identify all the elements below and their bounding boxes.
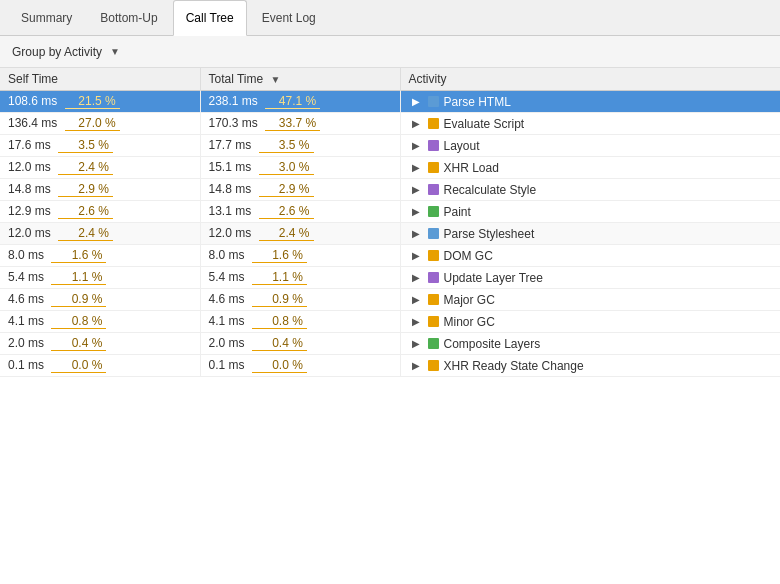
expand-button[interactable]: ▶ [409,249,423,263]
expand-button[interactable]: ▶ [409,227,423,241]
sort-arrow: ▼ [271,74,281,85]
table-row[interactable]: 12.0 ms 2.4 % 12.0 ms 2.4 % ▶ Parse Styl… [0,223,780,245]
tab-event-log[interactable]: Event Log [249,0,329,36]
activity-name: Parse Stylesheet [444,227,535,241]
total-time-cell: 0.1 ms 0.0 % [200,355,400,377]
activity-cell: ▶ XHR Load [400,157,780,179]
self-time-value: 5.4 ms [8,270,44,284]
total-time-cell: 170.3 ms 33.7 % [200,113,400,135]
activity-cell: ▶ Layout [400,135,780,157]
self-time-cell: 12.9 ms 2.6 % [0,201,200,223]
total-time-value: 12.0 ms [209,226,252,240]
activity-cell: ▶ DOM GC [400,245,780,267]
activity-name: Minor GC [444,315,495,329]
expand-button[interactable]: ▶ [409,337,423,351]
table-header-row: Self Time Total Time ▼ Activity [0,68,780,91]
activity-color [428,184,439,195]
expand-button[interactable]: ▶ [409,205,423,219]
header-self-time[interactable]: Self Time [0,68,200,91]
table-row[interactable]: 136.4 ms 27.0 % 170.3 ms 33.7 % ▶ Evalua… [0,113,780,135]
total-time-value: 0.1 ms [209,358,245,372]
header-total-time[interactable]: Total Time ▼ [200,68,400,91]
total-time-value: 2.0 ms [209,336,245,350]
table-container: Self Time Total Time ▼ Activity 108.6 ms… [0,68,780,584]
table-row[interactable]: 12.9 ms 2.6 % 13.1 ms 2.6 % ▶ Paint [0,201,780,223]
table-row[interactable]: 5.4 ms 1.1 % 5.4 ms 1.1 % ▶ Update Layer… [0,267,780,289]
activity-name: Recalculate Style [444,183,537,197]
tab-call-tree[interactable]: Call Tree [173,0,247,36]
activity-color [428,250,439,261]
self-pct-value: 0.8 % [51,314,106,329]
total-time-cell: 14.8 ms 2.9 % [200,179,400,201]
total-pct-value: 0.4 % [252,336,307,351]
table-row[interactable]: 8.0 ms 1.6 % 8.0 ms 1.6 % ▶ DOM GC [0,245,780,267]
total-pct-value: 2.4 % [259,226,314,241]
expand-button[interactable]: ▶ [409,359,423,373]
activity-color [428,294,439,305]
self-pct-value: 0.9 % [51,292,106,307]
self-time-value: 12.0 ms [8,226,51,240]
activity-name: Evaluate Script [444,117,525,131]
activity-color [428,206,439,217]
expand-button[interactable]: ▶ [409,161,423,175]
expand-button[interactable]: ▶ [409,95,423,109]
self-time-cell: 4.6 ms 0.9 % [0,289,200,311]
self-time-value: 4.1 ms [8,314,44,328]
total-time-value: 238.1 ms [209,94,258,108]
table-row[interactable]: 0.1 ms 0.0 % 0.1 ms 0.0 % ▶ XHR Ready St… [0,355,780,377]
self-time-cell: 8.0 ms 1.6 % [0,245,200,267]
activity-name: Parse HTML [444,95,511,109]
self-time-cell: 0.1 ms 0.0 % [0,355,200,377]
self-pct-value: 21.5 % [65,94,120,109]
expand-button[interactable]: ▶ [409,139,423,153]
tab-bottom-up[interactable]: Bottom-Up [87,0,170,36]
self-time-value: 0.1 ms [8,358,44,372]
table-row[interactable]: 2.0 ms 0.4 % 2.0 ms 0.4 % ▶ Composite La… [0,333,780,355]
total-time-value: 4.6 ms [209,292,245,306]
expand-button[interactable]: ▶ [409,183,423,197]
expand-button[interactable]: ▶ [409,315,423,329]
self-pct-value: 2.6 % [58,204,113,219]
group-by-dropdown[interactable]: ▼ [106,46,120,57]
table-row[interactable]: 4.6 ms 0.9 % 4.6 ms 0.9 % ▶ Major GC [0,289,780,311]
activity-cell: ▶ Update Layer Tree [400,267,780,289]
self-time-cell: 12.0 ms 2.4 % [0,223,200,245]
total-time-cell: 4.6 ms 0.9 % [200,289,400,311]
activity-color [428,162,439,173]
activity-name: Composite Layers [444,337,541,351]
self-pct-value: 2.9 % [58,182,113,197]
activity-color [428,360,439,371]
total-time-cell: 17.7 ms 3.5 % [200,135,400,157]
activity-cell: ▶ Paint [400,201,780,223]
self-time-value: 12.0 ms [8,160,51,174]
self-time-cell: 108.6 ms 21.5 % [0,91,200,113]
total-time-value: 15.1 ms [209,160,252,174]
table-row[interactable]: 4.1 ms 0.8 % 4.1 ms 0.8 % ▶ Minor GC [0,311,780,333]
self-time-value: 2.0 ms [8,336,44,350]
activity-cell: ▶ Composite Layers [400,333,780,355]
table-row[interactable]: 108.6 ms 21.5 % 238.1 ms 47.1 % ▶ Parse … [0,91,780,113]
self-pct-value: 2.4 % [58,160,113,175]
expand-button[interactable]: ▶ [409,271,423,285]
self-time-cell: 17.6 ms 3.5 % [0,135,200,157]
self-pct-value: 0.4 % [51,336,106,351]
group-bar: Group by Activity ▼ [0,36,780,68]
total-time-value: 14.8 ms [209,182,252,196]
self-time-value: 8.0 ms [8,248,44,262]
self-time-cell: 2.0 ms 0.4 % [0,333,200,355]
self-time-cell: 5.4 ms 1.1 % [0,267,200,289]
expand-button[interactable]: ▶ [409,293,423,307]
expand-button[interactable]: ▶ [409,117,423,131]
group-by-label: Group by Activity [12,45,102,59]
activity-color [428,316,439,327]
activity-color [428,118,439,129]
tab-summary[interactable]: Summary [8,0,85,36]
activity-cell: ▶ Major GC [400,289,780,311]
self-time-value: 12.9 ms [8,204,51,218]
total-time-value: 17.7 ms [209,138,252,152]
total-pct-value: 3.5 % [259,138,314,153]
table-row[interactable]: 17.6 ms 3.5 % 17.7 ms 3.5 % ▶ Layout [0,135,780,157]
self-pct-value: 0.0 % [51,358,106,373]
table-row[interactable]: 14.8 ms 2.9 % 14.8 ms 2.9 % ▶ Recalculat… [0,179,780,201]
table-row[interactable]: 12.0 ms 2.4 % 15.1 ms 3.0 % ▶ XHR Load [0,157,780,179]
